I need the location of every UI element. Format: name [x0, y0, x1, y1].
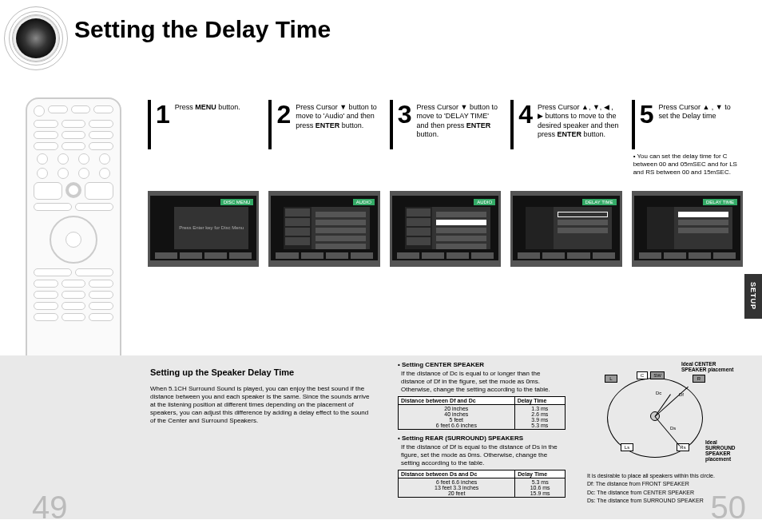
screenshot-step-5: DELAY TIME — [632, 191, 743, 267]
screenshot-step-1: DISC MENUPress Enter key for Disc Menu — [148, 191, 259, 267]
step-2: 2Press Cursor ▼ button to move to 'Audio… — [268, 100, 379, 178]
tv-topbar: AUDIO — [353, 199, 375, 205]
step-text: Press Cursor ▲ , ▼ to set the Delay time — [658, 103, 740, 121]
step-note — [390, 149, 501, 177]
lower-right-section: L C SW R Ls Rs Dc Df Ds Ideal CENTER SPE… — [587, 363, 743, 505]
speaker-sw: SW — [650, 371, 665, 379]
screenshot-step-2: AUDIO — [268, 191, 379, 267]
delay-table: Distance between Df and DcDelay Time20 i… — [398, 396, 566, 430]
screenshot-step-3: AUDIO — [390, 191, 501, 267]
speaker-l: L — [605, 375, 617, 383]
step-4: 4Press Cursor ▲, ▼, ◀ , ▶ buttons to mov… — [510, 100, 621, 178]
dist-ds: Ds — [670, 426, 676, 431]
step-number: 1 — [156, 103, 172, 126]
section-rear-speakers: • Setting REAR (SURROUND) SPEAKERSIf the… — [398, 435, 566, 498]
section-label: • Setting REAR (SURROUND) SPEAKERS — [398, 435, 566, 442]
step-note — [268, 149, 379, 177]
steps-row: 1Press MENU button.2Press Cursor ▼ butto… — [148, 100, 743, 178]
placement-diagram: L C SW R Ls Rs Dc Df Ds Ideal CENTER SPE… — [587, 363, 739, 471]
placement-circle-note: It is desirable to place all speakers wi… — [587, 473, 743, 479]
table-cell: 20 inches40 inches5 feet6 feet 6.6 inche… — [399, 405, 515, 430]
step-5: 5Press Cursor ▲ , ▼ to set the Delay tim… — [632, 100, 743, 178]
remote-illustration — [26, 97, 121, 393]
tv-topbar: DISC MENU — [220, 199, 254, 205]
page-number-left: 49 — [32, 490, 68, 526]
table-cell: 1.3 ms2.6 ms3.9 ms5.3 ms — [514, 405, 565, 430]
step-note — [510, 149, 621, 177]
step-number: 4 — [518, 103, 534, 126]
step-text: Press Cursor ▼ button to move to 'DELAY … — [417, 103, 498, 139]
step-number: 2 — [276, 103, 292, 126]
table-header: Delay Time — [515, 470, 566, 478]
section-center-speaker: • Setting CENTER SPEAKERIf the distance … — [398, 361, 566, 430]
step-1: 1Press MENU button. — [148, 100, 259, 178]
delay-table: Distance between Ds and DcDelay Time6 fe… — [398, 470, 566, 498]
step-3: 3Press Cursor ▼ button to move to 'DELAY… — [390, 100, 501, 178]
section-para: If the distance of Dc is equal to or lon… — [401, 370, 566, 394]
speaker-graphic-icon — [4, 6, 68, 70]
speaker-ls: Ls — [621, 443, 633, 451]
step-text: Press Cursor ▼ button to move to 'Audio'… — [296, 103, 377, 130]
page-title: Setting the Delay Time — [74, 16, 331, 43]
lower-mid-section: • Setting CENTER SPEAKERIf the distance … — [398, 361, 566, 502]
label-surround-placement: Ideal SURROUND SPEAKER placement — [705, 439, 747, 463]
table-header: Distance between Ds and Dc — [399, 470, 515, 478]
step-note — [148, 149, 259, 177]
step-number: 5 — [640, 103, 656, 126]
tv-topbar: DELAY TIME — [703, 199, 737, 205]
tv-topbar: AUDIO — [474, 199, 495, 205]
table-header: Distance between Df and Dc — [399, 397, 515, 405]
table-header: Delay Time — [514, 397, 565, 405]
table-cell: 5.3 ms10.6 ms15.9 ms — [515, 478, 566, 498]
legend-df: Df: The distance from FRONT SPEAKER — [587, 481, 743, 487]
tv-topbar: DELAY TIME — [582, 199, 617, 205]
screens-row: DISC MENUPress Enter key for Disc MenuAU… — [148, 191, 743, 267]
setup-tab: SETUP — [744, 274, 762, 319]
screenshot-step-4: DELAY TIME — [510, 191, 621, 267]
step-text: Press MENU button. — [175, 103, 240, 112]
section-label: • Setting CENTER SPEAKER — [398, 361, 566, 368]
table-cell: 6 feet 6.6 inches13 feet 3.3 inches20 fe… — [399, 478, 515, 498]
step-text: Press Cursor ▲, ▼, ◀ , ▶ buttons to move… — [538, 103, 619, 139]
step-note: • You can set the delay time for C betwe… — [632, 149, 743, 178]
lower-left-heading: Setting up the Speaker Delay Time — [150, 367, 374, 377]
speaker-c: C — [637, 371, 648, 379]
dist-df: Df — [679, 392, 684, 397]
step-number: 3 — [398, 103, 414, 126]
speaker-r: R — [693, 375, 705, 383]
label-center-placement: Ideal CENTER SPEAKER placement — [681, 361, 742, 372]
dist-dc: Dc — [656, 391, 661, 395]
lower-left-section: Setting up the Speaker Delay Time When 5… — [150, 367, 374, 425]
section-para: If the distance of Df is equal to the di… — [401, 443, 566, 467]
lower-left-para: When 5.1CH Surround Sound is played, you… — [150, 385, 374, 425]
page-number-right: 50 — [711, 490, 747, 526]
